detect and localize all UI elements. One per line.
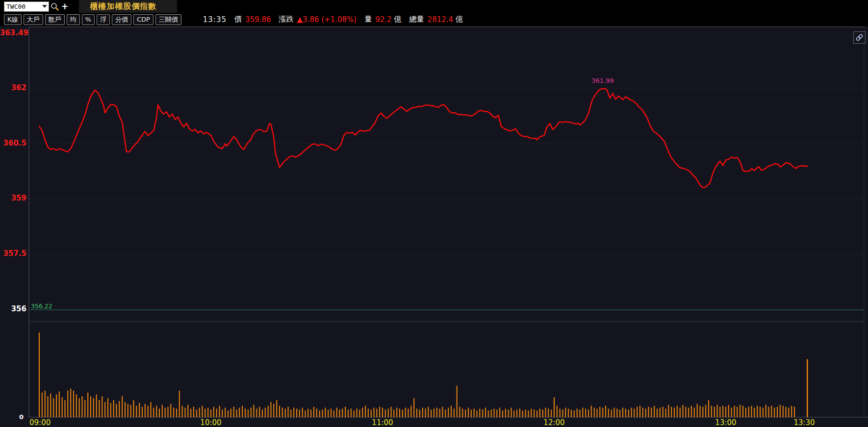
x-axis-label-13:00: 13:00 <box>715 418 736 427</box>
total-volume-label: 總量 <box>409 15 424 24</box>
volume-zero-label: 0 <box>0 413 24 421</box>
tool-button-6[interactable]: 浮 <box>97 14 110 25</box>
y-axis-label-360.5: 360.5 <box>0 139 26 148</box>
prev-low-value-label: 356.22 <box>31 302 52 310</box>
y-axis-label-363.49: 363.49 <box>0 28 26 37</box>
x-axis-label-11:00: 11:00 <box>372 418 393 427</box>
y-axis-label-357.5: 357.5 <box>0 249 26 258</box>
change-value: ▲3.86 (+1.08%) <box>297 15 357 24</box>
total-volume-value: 2812.4 <box>428 15 454 24</box>
price-label: 價 <box>234 15 242 24</box>
tool-button-9[interactable]: 三關價 <box>155 14 181 25</box>
tool-button-4[interactable]: 均 <box>67 14 80 25</box>
y-axis-label-356: 356 <box>0 304 26 313</box>
link-button[interactable] <box>853 31 866 44</box>
x-axis-label-10:00: 10:00 <box>200 418 221 427</box>
volume-bars <box>39 332 808 417</box>
day-high-value-label: 361.99 <box>591 77 614 84</box>
total-volume-unit: 億 <box>456 15 463 24</box>
price-value: 359.86 <box>245 15 271 24</box>
tab-index-chart[interactable]: 櫃檯加權股價指數 <box>79 0 177 13</box>
trading-app-window: + 櫃檯加權股價指數 K線大戶散戶均%浮分價CDP三關價 13:35 價 359… <box>0 0 868 427</box>
volume-unit: 億 <box>394 15 402 24</box>
toolbar-status-bar: K線大戶散戶均%浮分價CDP三關價 13:35 價 359.86 漲跌 ▲3.8… <box>0 13 868 26</box>
x-axis-label-09:00: 09:00 <box>29 418 51 427</box>
volume-value: 92.2 <box>375 15 391 24</box>
quote-time: 13:35 <box>203 15 227 24</box>
tool-button-3[interactable]: 散戶 <box>45 14 65 25</box>
y-axis-label-362: 362 <box>0 83 26 92</box>
tool-button-5[interactable]: % <box>82 14 95 25</box>
price-line <box>39 89 807 188</box>
x-axis-label-12:00: 12:00 <box>543 418 564 427</box>
gridlines <box>29 88 864 254</box>
add-symbol-button[interactable]: + <box>61 2 68 11</box>
change-label: 漲跌 <box>279 15 294 24</box>
tool-button-7[interactable]: 分價 <box>112 14 131 25</box>
symbol-tab-bar: + 櫃檯加權股價指數 <box>0 0 868 13</box>
tool-button-1[interactable]: K線 <box>4 14 22 25</box>
link-icon <box>855 33 864 42</box>
x-axis-label-13:30: 13:30 <box>793 418 815 427</box>
y-axis-label-359: 359 <box>0 194 26 202</box>
chart-tool-buttons: K線大戶散戶均%浮分價CDP三關價 <box>2 14 181 25</box>
tool-button-2[interactable]: 大戶 <box>24 14 43 25</box>
intraday-chart[interactable] <box>0 25 868 427</box>
volume-label: 量 <box>364 15 372 24</box>
quote-status-bar: 13:35 價 359.86 漲跌 ▲3.86 (+1.08%) 量 92.2 … <box>203 15 463 24</box>
search-icon[interactable] <box>51 2 59 11</box>
symbol-search-group: + <box>4 1 68 12</box>
chevron-down-icon[interactable] <box>42 5 47 8</box>
tool-button-8[interactable]: CDP <box>133 14 153 25</box>
tab-label: 櫃檯加權股價指數 <box>90 1 156 12</box>
